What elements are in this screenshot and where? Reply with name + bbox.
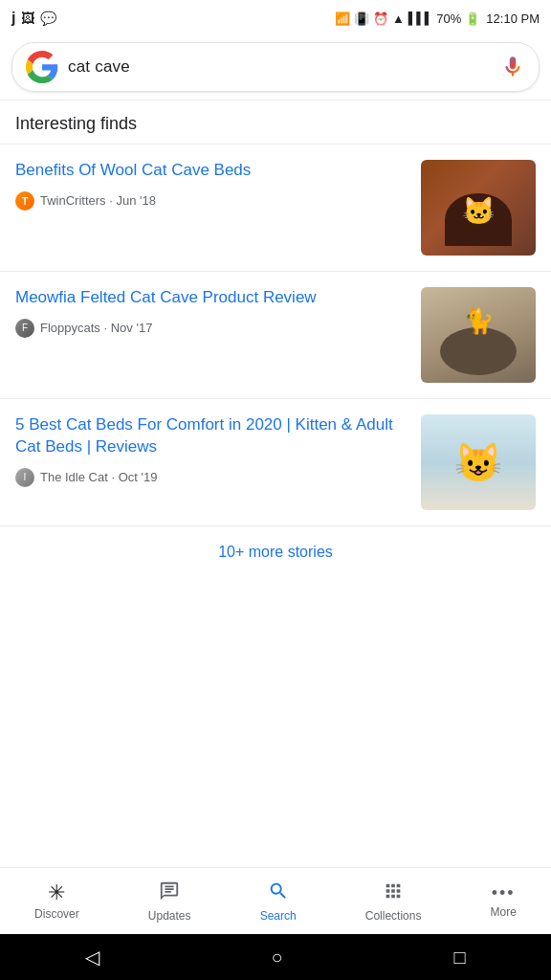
card-3-source-name: The Idle Cat · Oct '19 — [40, 470, 157, 484]
updates-icon — [159, 880, 180, 905]
collections-icon — [383, 880, 404, 905]
card-2-source-name: Floppycats · Nov '17 — [40, 321, 152, 335]
android-nav-bar: ◁ ○ □ — [0, 934, 551, 980]
wifi-icon: ▲ — [392, 11, 405, 26]
signal-icon: ▌▌▌ — [408, 11, 433, 25]
card-3[interactable]: 5 Best Cat Beds For Comfort in 2020 | Ki… — [0, 398, 551, 525]
image-icon: 🖼 — [21, 11, 34, 26]
nav-search[interactable]: Search — [249, 875, 308, 928]
google-logo — [26, 51, 58, 83]
more-icon: ••• — [492, 884, 516, 902]
nav-collections-label: Collections — [365, 909, 422, 923]
more-stories[interactable]: 10+ more stories — [0, 525, 551, 578]
nav-more[interactable]: ••• More — [479, 879, 528, 924]
recent-button[interactable]: □ — [453, 947, 465, 969]
search-input[interactable]: cat cave — [68, 57, 500, 77]
section-header: Interesting finds — [0, 100, 551, 144]
status-right-icons: 📶 📳 ⏰ ▲ ▌▌▌ 70% 🔋 12:10 PM — [335, 11, 540, 26]
search-bar[interactable]: cat cave — [11, 42, 540, 92]
nav-updates-label: Updates — [148, 909, 191, 923]
card-3-image — [421, 414, 536, 510]
status-left-icons: j 🖼 💬 — [11, 10, 56, 27]
home-button[interactable]: ○ — [271, 947, 282, 969]
mic-icon[interactable] — [500, 55, 525, 79]
card-3-image-art — [421, 414, 536, 510]
nav-more-label: More — [491, 905, 517, 919]
card-1-content: Benefits Of Wool Cat Cave Beds T TwinCri… — [15, 160, 409, 211]
card-1-image — [421, 160, 536, 256]
search-bar-container: cat cave — [0, 34, 551, 100]
card-3-content: 5 Best Cat Beds For Comfort in 2020 | Ki… — [15, 414, 409, 487]
nav-updates[interactable]: Updates — [137, 875, 203, 928]
search-icon — [268, 880, 289, 905]
vibrate-icon: 📳 — [354, 11, 369, 26]
card-3-source-icon: I — [15, 468, 34, 487]
j-icon: j — [11, 10, 15, 27]
card-1-source-name: TwinCritters · Jun '18 — [40, 193, 156, 208]
card-1-image-art — [421, 160, 536, 256]
bottom-nav: ✳ Discover Updates Search Collections ••… — [0, 867, 551, 934]
card-1-title[interactable]: Benefits Of Wool Cat Cave Beds — [15, 160, 409, 182]
nav-collections[interactable]: Collections — [354, 875, 433, 928]
nav-search-label: Search — [260, 909, 297, 923]
back-button[interactable]: ◁ — [85, 946, 99, 969]
card-1[interactable]: Benefits Of Wool Cat Cave Beds T TwinCri… — [0, 144, 551, 271]
card-3-title[interactable]: 5 Best Cat Beds For Comfort in 2020 | Ki… — [15, 414, 409, 458]
card-1-source-icon: T — [15, 191, 34, 211]
card-2-source-icon: F — [15, 319, 34, 338]
status-bar: j 🖼 💬 📶 📳 ⏰ ▲ ▌▌▌ 70% 🔋 12:10 PM — [0, 0, 551, 34]
nav-discover-label: Discover — [34, 907, 79, 921]
card-3-meta: I The Idle Cat · Oct '19 — [15, 468, 409, 487]
card-2-image — [421, 287, 536, 383]
time-display: 12:10 PM — [486, 11, 540, 26]
nav-discover[interactable]: ✳ Discover — [23, 877, 91, 926]
battery-level: 70% — [436, 11, 461, 26]
bluetooth-icon: 📶 — [335, 11, 350, 26]
card-2-content: Meowfia Felted Cat Cave Product Review F… — [15, 287, 409, 338]
card-2-image-art — [421, 287, 536, 383]
more-stories-link[interactable]: 10+ more stories — [218, 544, 333, 560]
message-icon: 💬 — [40, 11, 56, 26]
alarm-icon: ⏰ — [373, 11, 388, 26]
card-1-meta: T TwinCritters · Jun '18 — [15, 191, 409, 211]
battery-icon: 🔋 — [465, 11, 480, 26]
card-2-title[interactable]: Meowfia Felted Cat Cave Product Review — [15, 287, 409, 309]
card-2[interactable]: Meowfia Felted Cat Cave Product Review F… — [0, 271, 551, 398]
card-2-meta: F Floppycats · Nov '17 — [15, 319, 409, 338]
discover-icon: ✳ — [48, 882, 65, 903]
